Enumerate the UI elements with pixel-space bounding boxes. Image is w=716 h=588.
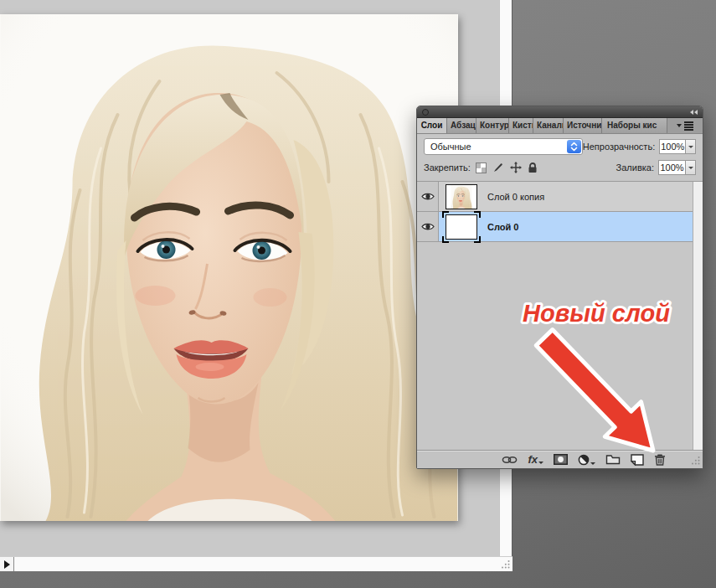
visibility-toggle[interactable]	[417, 182, 439, 211]
collapse-panel-icon[interactable]	[690, 110, 698, 115]
layer-controls: Обычные Непрозрачность: 100% Закрепить:	[417, 134, 703, 181]
right-triangle-icon	[4, 560, 10, 569]
layer-name: Слой 0	[487, 222, 518, 232]
blend-mode-value: Обычные	[430, 142, 471, 152]
lock-pixels-icon[interactable]	[492, 162, 504, 173]
fill-value[interactable]: 100%	[658, 160, 686, 175]
scroll-arrow-button[interactable]	[0, 557, 14, 571]
lock-transparency-icon[interactable]	[476, 162, 487, 173]
annotation-arrow	[536, 330, 653, 451]
layer-row-selected[interactable]: Слой 0	[417, 212, 693, 242]
menu-triangle-icon	[677, 124, 682, 127]
layer-thumbnail[interactable]	[446, 184, 477, 209]
panel-titlebar[interactable]	[417, 106, 703, 118]
chevron-down-icon	[688, 146, 693, 148]
selection-bracket	[474, 236, 481, 243]
tab-brush[interactable]: Кисть	[509, 118, 533, 133]
window-resize-grip[interactable]	[500, 559, 511, 570]
panel-close-button[interactable]	[422, 109, 429, 116]
tab-paths[interactable]: Контуры	[476, 118, 509, 133]
annotation-text: Новый слой	[523, 300, 670, 327]
blend-mode-select[interactable]: Обычные	[424, 138, 583, 155]
opacity-value[interactable]: 100%	[659, 139, 686, 154]
layer-row-copy[interactable]: Слой 0 копия	[417, 182, 693, 212]
opacity-label: Непрозрачность:	[583, 142, 655, 152]
layer-thumbnail[interactable]	[446, 214, 477, 240]
lock-all-icon[interactable]	[528, 162, 538, 173]
stepper-icon	[567, 140, 581, 153]
eye-icon	[421, 222, 435, 231]
horizontal-scrollbar[interactable]	[0, 556, 513, 571]
portrait-photo	[0, 14, 458, 521]
white-thumbnail	[446, 214, 477, 240]
tab-channels[interactable]: Каналы	[533, 118, 564, 133]
layer-name: Слой 0 копия	[487, 192, 544, 202]
tab-clone-source[interactable]: Источник к	[564, 118, 602, 133]
tab-layers[interactable]: Слои	[417, 118, 447, 133]
selection-bracket	[442, 211, 449, 218]
fill-label: Заливка:	[616, 162, 654, 173]
fill-dropdown-button[interactable]	[686, 160, 696, 175]
opacity-dropdown-button[interactable]	[686, 139, 696, 154]
tab-brush-presets[interactable]: Наборы кис	[602, 118, 667, 133]
menu-lines-icon	[684, 121, 693, 123]
lock-label: Закрепить:	[424, 162, 471, 173]
photoshop-workspace: Слои Абзац Контуры Кисть Каналы Источник…	[0, 0, 716, 588]
annotation-overlay: Новый слой	[509, 291, 714, 472]
panel-menu-button[interactable]	[667, 118, 703, 133]
tab-paragraph[interactable]: Абзац	[447, 118, 476, 133]
panel-tab-bar: Слои Абзац Контуры Кисть Каналы Источник…	[417, 118, 703, 134]
canvas-photo	[0, 14, 458, 521]
selection-bracket	[474, 211, 481, 218]
selection-bracket	[442, 236, 449, 243]
eye-icon	[421, 192, 435, 201]
visibility-toggle[interactable]	[417, 212, 439, 241]
lock-position-icon[interactable]	[510, 162, 522, 173]
chevron-down-icon	[688, 167, 693, 169]
